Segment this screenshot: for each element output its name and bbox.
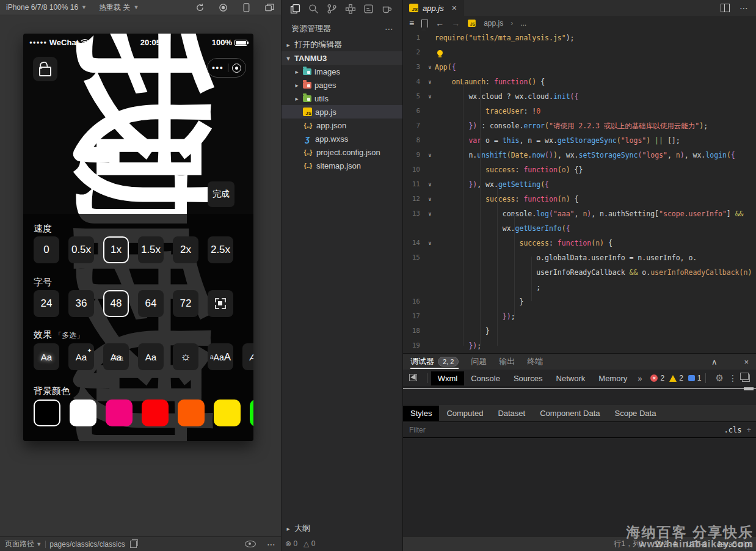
fold-chevron-icon[interactable]: ∨ — [425, 148, 435, 162]
device-frame-button[interactable] — [234, 0, 258, 15]
speed-option-0.5x[interactable]: 0.5x — [68, 236, 94, 263]
speed-option-2.5x[interactable]: 2.5x — [208, 236, 233, 263]
styles-tab-component-data[interactable]: Component Data — [532, 406, 607, 421]
screenshot-button[interactable] — [211, 0, 234, 15]
back-icon[interactable]: ← — [435, 18, 444, 28]
devtools-tab-sources[interactable]: Sources — [507, 371, 550, 385]
status-item[interactable]: 行1，列1 — [614, 539, 644, 549]
fontsize-option-24[interactable]: 24 — [34, 290, 59, 317]
close-panel-icon[interactable]: × — [736, 357, 756, 367]
multi-window-button[interactable] — [258, 0, 281, 15]
code-line[interactable]: 8 var o = this, n = wx.getStorageSync("l… — [403, 133, 756, 148]
warning-count-badge[interactable]: 2 — [669, 374, 683, 382]
files-activity-button[interactable] — [290, 4, 300, 16]
fontsize-option-72[interactable]: 72 — [173, 290, 198, 317]
open-editors-section[interactable]: ▸ 打开的编辑器 — [282, 38, 402, 51]
speed-option-1.5x[interactable]: 1.5x — [138, 236, 164, 263]
effect-option-sparkle[interactable]: Aa✦ — [68, 343, 94, 370]
file-item-app.wxss[interactable]: ʒapp.wxss — [282, 132, 402, 145]
code-area[interactable]: 1require("utils/mta_analysis.js");23∨App… — [403, 31, 756, 353]
outline-list-icon[interactable]: ≡ — [409, 18, 414, 28]
code-line[interactable]: 19 }); — [403, 338, 756, 353]
styles-tab-computed[interactable]: Computed — [439, 406, 490, 421]
scrollbar-thumb[interactable] — [744, 387, 754, 390]
styles-tab-styles[interactable]: Styles — [403, 406, 439, 421]
effect-option-flash[interactable]: ☼ — [173, 343, 198, 370]
devtools-tab-memory[interactable]: Memory — [592, 371, 634, 385]
more-menu-icon[interactable]: ●●● — [212, 65, 224, 71]
miniprogram-capsule[interactable]: ●●● — [207, 58, 246, 78]
git-activity-button[interactable] — [327, 4, 337, 16]
fold-chevron-icon[interactable]: ∨ — [425, 236, 435, 250]
info-count-badge[interactable]: 1 — [688, 374, 702, 382]
toggle-class-button[interactable]: .cls — [724, 426, 742, 434]
visibility-icon[interactable] — [245, 541, 256, 547]
search-activity-button[interactable] — [308, 4, 319, 16]
file-item-project.config.json[interactable]: {..}project.config.json — [282, 145, 402, 159]
status-item[interactable]: 空格: 4 — [654, 539, 677, 549]
file-item-app.json[interactable]: {..}app.json — [282, 119, 402, 132]
more-options-icon[interactable]: ⋯ — [267, 539, 276, 549]
cloud-activity-button[interactable] — [382, 4, 393, 16]
code-line[interactable]: 3∨App({ — [403, 60, 756, 75]
extensions-activity-button[interactable] — [345, 4, 355, 16]
project-root-item[interactable]: ▾ TANMU3 — [282, 51, 402, 65]
editor-more-icon[interactable]: ⋯ — [740, 3, 749, 13]
close-circle-icon[interactable] — [232, 64, 241, 73]
devtools-tab-network[interactable]: Network — [550, 371, 592, 385]
bgcolor-swatch-#fc0107[interactable] — [142, 400, 169, 426]
styles-filter-input[interactable] — [408, 425, 719, 435]
error-count-badge[interactable]: ×2 — [650, 374, 664, 382]
outline-section[interactable]: ▸ 大纲 — [282, 522, 406, 535]
panel-tab-终端[interactable]: 终端 — [527, 354, 543, 370]
fontsize-option-fullscreen[interactable] — [208, 290, 233, 317]
fold-chevron-icon[interactable]: ∨ — [425, 206, 435, 221]
tab-appjs[interactable]: JS app.js × — [403, 0, 463, 16]
fontsize-option-48[interactable]: 48 — [103, 290, 129, 317]
bgcolor-swatch-#f2057c[interactable] — [106, 400, 133, 426]
panel-tab-输出[interactable]: 输出 — [499, 354, 515, 370]
fontsize-option-64[interactable]: 64 — [138, 290, 164, 317]
split-editor-icon[interactable] — [721, 4, 730, 12]
bgcolor-swatch-#ffffff[interactable] — [70, 400, 96, 426]
bgcolor-swatch-#fc5b02[interactable] — [178, 400, 205, 426]
close-icon[interactable]: × — [452, 3, 457, 13]
code-line[interactable]: 2 — [403, 45, 756, 60]
orientation-lock-button[interactable] — [33, 57, 57, 81]
breadcrumb-more[interactable]: ... — [520, 19, 526, 27]
forward-icon[interactable]: → — [451, 18, 460, 28]
effect-option-shadow[interactable]: Aa — [103, 343, 129, 370]
fold-chevron-icon[interactable]: ∨ — [425, 60, 435, 75]
kebab-menu-icon[interactable]: ⋮ — [729, 373, 737, 383]
wxml-elements-area[interactable] — [403, 390, 756, 405]
fontsize-option-36[interactable]: 36 — [68, 290, 94, 317]
file-item-sitemap.json[interactable]: {..}sitemap.json — [282, 159, 402, 172]
fold-chevron-icon[interactable]: ∨ — [425, 192, 435, 206]
code-line[interactable]: 15 o.globalData.userInfo = n.userInfo, o… — [403, 250, 756, 265]
styles-tab-scope-data[interactable]: Scope Data — [607, 406, 663, 421]
explorer-more-icon[interactable]: ⋯ — [385, 24, 394, 34]
devtools-tab-console[interactable]: Console — [464, 371, 507, 385]
lightbulb-icon[interactable] — [437, 50, 443, 56]
code-line[interactable]: 17 }); — [403, 309, 756, 324]
code-line[interactable]: 13∨ console.log("aaa", n), n.authSetting… — [403, 206, 756, 221]
folder-item-images[interactable]: ▸images — [282, 65, 402, 78]
hot-reload-toggle[interactable]: 热重载 关 ▼ — [93, 0, 145, 15]
code-line[interactable]: 9∨ n.unshift(Date.now()), wx.setStorageS… — [403, 148, 756, 162]
code-line[interactable]: 7 }) : console.error("请使用 2.2.3 或以上的基础库以… — [403, 119, 756, 133]
effect-option-sizes[interactable]: aAaA — [208, 343, 233, 370]
code-line[interactable]: 5∨ wx.cloud ? wx.cloud.init({ — [403, 89, 756, 104]
code-line[interactable]: userInfoReadyCallback && o.userInfoReady… — [403, 265, 756, 280]
code-line[interactable]: 16 } — [403, 294, 756, 309]
bgcolor-swatch-#000000[interactable] — [34, 400, 60, 426]
effect-option-glow[interactable]: Aa — [34, 343, 59, 370]
done-button[interactable]: 完成 — [208, 181, 234, 207]
horizontal-scrollbar[interactable] — [403, 387, 756, 390]
bgcolor-swatch-#12f702[interactable] — [250, 400, 253, 426]
more-tabs-icon[interactable]: » — [634, 374, 645, 383]
effect-option-plain[interactable]: Aa — [138, 343, 164, 370]
add-style-icon[interactable]: + — [746, 425, 751, 434]
fold-chevron-icon[interactable]: ∨ — [425, 89, 435, 104]
code-line[interactable]: 12∨ success: function(n) { — [403, 192, 756, 206]
copy-path-icon[interactable] — [130, 541, 137, 548]
